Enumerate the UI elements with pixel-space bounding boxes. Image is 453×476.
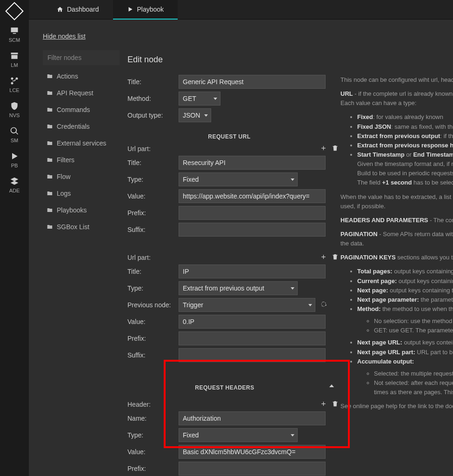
add-button[interactable]: [320, 145, 327, 153]
hide-nodes-link[interactable]: Hide nodes list: [43, 33, 86, 40]
help-text: The field: [357, 179, 382, 186]
editor-panel: Edit node Title: Generic API Request Met…: [120, 46, 339, 476]
label-value: Value:: [120, 192, 179, 200]
tree-item[interactable]: Credentials: [43, 118, 120, 135]
url1-title-input[interactable]: Resecurity API: [179, 156, 326, 170]
tree-item[interactable]: Playbooks: [43, 202, 120, 218]
url2-value-input[interactable]: 0.IP: [179, 315, 326, 329]
add-button[interactable]: [320, 400, 327, 409]
tab-playbook[interactable]: Playbook: [113, 0, 178, 20]
delete-button[interactable]: [332, 145, 339, 153]
tree-label: Filters: [57, 156, 74, 164]
label-type: Type:: [120, 284, 179, 292]
delete-button[interactable]: [332, 253, 339, 262]
refresh-button[interactable]: [320, 301, 327, 310]
help-text: output keys containing the: [393, 268, 453, 275]
tree-item[interactable]: Flow: [43, 168, 120, 185]
filter-input[interactable]: Filter nodes: [43, 50, 120, 65]
rail-item-pb[interactable]: PB: [10, 152, 19, 168]
url2-prefix-input[interactable]: [179, 331, 326, 345]
help-text: - Some APIs return data with pag: [378, 231, 453, 238]
branch-icon: [10, 76, 19, 86]
rail-item-scm[interactable]: SCM: [9, 26, 20, 43]
url2-prevnode-select[interactable]: Trigger: [179, 298, 315, 312]
tree-item[interactable]: Commands: [43, 101, 120, 118]
tab-label: Dashboard: [67, 6, 99, 13]
help-text: Extract from previous response heade: [357, 142, 453, 149]
shield-icon: [10, 101, 19, 111]
label-value: Value:: [120, 318, 179, 325]
label-title: Title:: [120, 78, 179, 86]
folder-icon: [47, 190, 53, 197]
tree-item[interactable]: Logs: [43, 185, 120, 202]
trash-icon: [332, 145, 339, 152]
folder-icon: [47, 207, 53, 213]
tree-label: Commands: [57, 106, 90, 113]
rail-item-lce[interactable]: LCE: [9, 76, 19, 93]
monitor-icon: [10, 26, 19, 35]
layers-icon: [10, 177, 19, 186]
help-text: When the value has to be extracted, a li…: [340, 192, 453, 211]
help-text: Next page:: [357, 287, 388, 294]
url1-prefix-input[interactable]: [179, 206, 326, 220]
help-text: Next page URL part:: [357, 349, 415, 356]
tree-item[interactable]: Filters: [43, 152, 120, 168]
url2-suffix-input[interactable]: [179, 348, 326, 362]
rail-item-sm[interactable]: SM: [10, 126, 19, 143]
section-request-headers: REQUEST HEADERS: [120, 376, 329, 396]
tree-item[interactable]: SGBox List: [43, 218, 120, 235]
help-text: output keys conteining: [402, 339, 453, 346]
help-text: times as there are pages. This i: [374, 389, 453, 396]
plus-icon: [320, 400, 327, 407]
tab-label: Playbook: [137, 6, 164, 13]
tab-dashboard[interactable]: Dashboard: [43, 0, 113, 20]
search-icon: [10, 126, 19, 136]
label-prefix: Prefix:: [120, 335, 179, 342]
help-text: Given the timestamp format and, if nee: [357, 160, 453, 167]
help-text: HEADERS AND PARAMETERS - The compositi: [340, 216, 453, 225]
hdr-value-input[interactable]: Basic dXNlcm5hbWU6cGFzc3dvcmQ=: [179, 445, 326, 459]
url2-title-input[interactable]: IP: [179, 264, 326, 278]
output-value: JSON: [183, 112, 200, 119]
select-value: Extract from previuos output: [183, 284, 264, 292]
hdr-type-select[interactable]: Fixed: [179, 428, 298, 442]
rail-item-nvs[interactable]: NVS: [9, 101, 20, 118]
tree-item[interactable]: API Request: [43, 85, 120, 101]
add-button[interactable]: [320, 253, 327, 262]
title-input[interactable]: Generic API Request: [179, 75, 326, 89]
label-type: Type:: [120, 176, 179, 183]
help-text: Method:: [357, 305, 381, 312]
help-text: Current page:: [357, 278, 397, 284]
help-text: PAGINATION KEYS: [340, 254, 396, 261]
chevron-up-icon[interactable]: [329, 384, 334, 387]
left-rail: SCM LM LCE NVS SM PB ADE: [0, 0, 29, 476]
label-type: Type:: [120, 431, 179, 439]
hdr-name-input[interactable]: Authorization: [179, 411, 326, 425]
url2-type-select[interactable]: Extract from previuos output: [179, 281, 298, 295]
trash-icon: [332, 253, 339, 260]
tree-label: Credentials: [57, 123, 90, 130]
label-header: Header:: [120, 401, 179, 408]
tree-item[interactable]: External services: [43, 135, 120, 152]
section-request-url: REQUEST URL: [120, 125, 339, 145]
rail-label: SM: [11, 138, 19, 143]
hdr-prefix-input[interactable]: [179, 462, 326, 476]
rail-item-ade[interactable]: ADE: [9, 177, 20, 193]
delete-button[interactable]: [332, 400, 339, 409]
url1-type-select[interactable]: Fixed: [179, 172, 298, 186]
output-select[interactable]: JSON: [179, 108, 211, 122]
tree-item[interactable]: Actions: [43, 68, 120, 85]
help-text: End Timestamp: [413, 151, 453, 158]
top-tabs: Dashboard Playbook: [29, 0, 453, 20]
url1-suffix-input[interactable]: [179, 223, 326, 237]
folder-icon: [47, 173, 53, 180]
label-suffix: Suffix:: [120, 226, 179, 233]
trash-icon: [332, 400, 339, 407]
help-text: : if the valu: [440, 132, 453, 139]
method-select[interactable]: GET: [179, 92, 220, 106]
archive-icon: [10, 51, 19, 60]
rail-item-lm[interactable]: LM: [10, 51, 19, 68]
url1-value-input[interactable]: https://app.website.com/api/ip/index?que…: [179, 189, 326, 203]
home-icon: [57, 6, 63, 13]
method-value: GET: [183, 95, 196, 102]
